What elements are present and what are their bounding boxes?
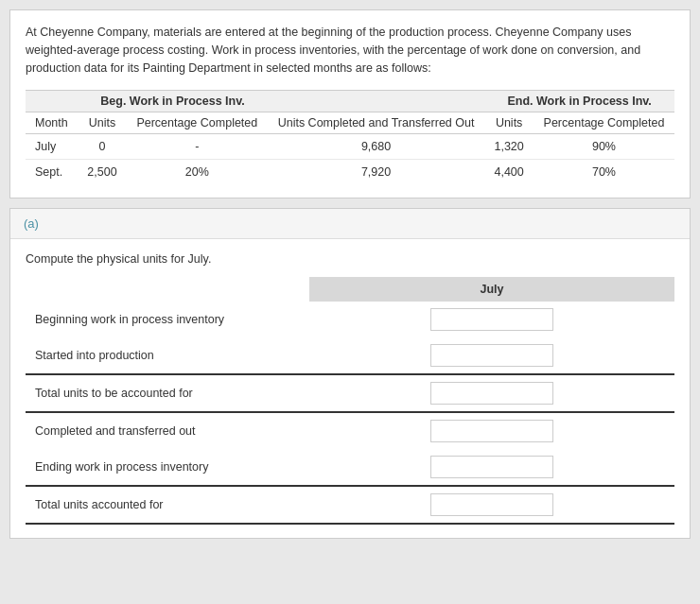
cell-units-transferred: 9,680 [268,134,484,160]
form-row-input-cell [309,486,674,524]
form-row-input-cell [309,337,674,374]
cell-end-units: 1,320 [484,134,534,160]
form-row-input-cell [309,412,674,449]
form-row-input-cell [309,374,674,412]
cell-month: Sept. [26,160,78,185]
form-row-label: Total units to be accounted for [26,374,309,412]
end-wip-header: End. Work in Process Inv. [484,91,674,112]
form-row: Ending work in process inventory [26,449,674,486]
form-row-input-cell [309,449,674,486]
col-units-2: Units [484,112,534,134]
col-units-1: Units [78,112,127,134]
form-row-label: Ending work in process inventory [26,449,309,486]
cell-end-pct: 70% [534,160,674,185]
cell-beg-pct: - [127,134,268,160]
cell-end-units: 4,400 [484,160,534,185]
col-pct-1: Percentage Completed [127,112,268,134]
form-input-0[interactable] [430,308,553,331]
form-row-label: Completed and transferred out [26,412,309,449]
section-a-label: (a) [10,209,690,239]
cell-beg-pct: 20% [127,160,268,185]
form-input-3[interactable] [430,420,553,442]
cell-beg-units: 0 [78,134,127,160]
units-transferred-spacer [268,91,484,112]
form-input-1[interactable] [430,344,553,367]
beg-wip-header: Beg. Work in Process Inv. [78,91,268,112]
cell-end-pct: 90% [534,134,674,160]
form-row: Beginning work in process inventory [26,302,674,337]
form-row: Completed and transferred out [26,412,674,449]
form-input-2[interactable] [430,382,553,405]
form-input-5[interactable] [430,493,553,516]
compute-title: Compute the physical units for July. [26,252,674,266]
form-input-4[interactable] [430,456,553,478]
form-row-label: Total units accounted for [26,486,309,524]
form-row: Total units to be accounted for [26,374,674,412]
july-column-header: July [309,277,674,302]
bottom-section: (a) Compute the physical units for July.… [9,208,691,539]
col-units-completed: Units Completed and Transferred Out [268,112,484,134]
cell-beg-units: 2,500 [78,160,127,185]
form-table: July Beginning work in process inventory… [26,277,674,525]
table-row: July 0 - 9,680 1,320 90% [26,134,674,160]
section-a-content: Compute the physical units for July. Jul… [10,239,690,538]
label-col-spacer [26,277,309,302]
table-row: Sept. 2,500 20% 7,920 4,400 70% [26,160,674,185]
cell-units-transferred: 7,920 [268,160,484,185]
form-row-label: Started into production [26,337,309,374]
col-pct-2: Percentage Completed [534,112,674,134]
form-row: Total units accounted for [26,486,674,524]
form-row: Started into production [26,337,674,374]
top-section: At Cheyenne Company, materials are enter… [9,9,691,198]
data-table: Beg. Work in Process Inv. End. Work in P… [26,90,674,184]
cell-month: July [26,134,78,160]
col-month: Month [26,112,78,134]
intro-paragraph: At Cheyenne Company, materials are enter… [26,24,674,77]
form-row-input-cell [309,302,674,337]
form-row-label: Beginning work in process inventory [26,302,309,337]
month-spacer [26,91,78,112]
